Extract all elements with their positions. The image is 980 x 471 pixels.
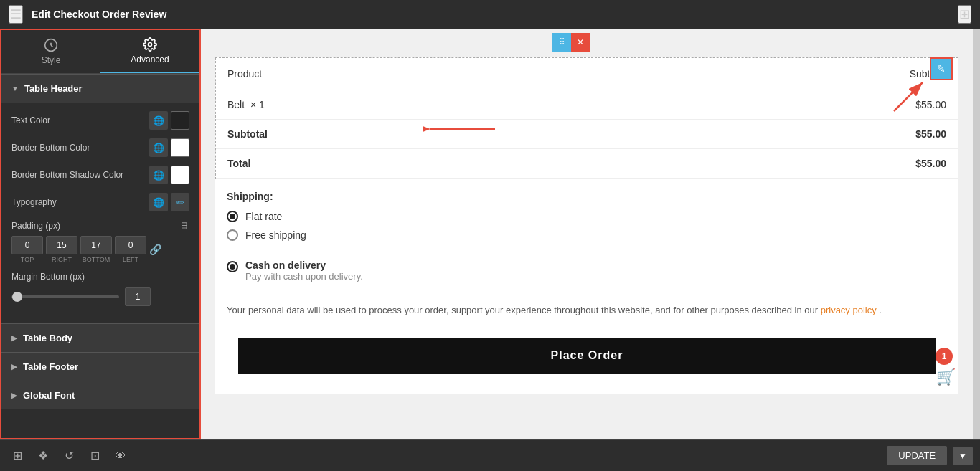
typography-row: Typography 🌐 ✏ — [11, 193, 189, 211]
link-icon[interactable]: 🔗 — [149, 244, 161, 255]
canvas-area: ⠿ ✕ ✎ — [201, 29, 973, 439]
item-price-cell: $55.00 — [597, 90, 958, 120]
border-shadow-controls: 🌐 — [149, 166, 189, 184]
border-shadow-row: Border Bottom Shadow Color 🌐 — [11, 166, 189, 184]
widget-close-btn[interactable]: ✕ — [571, 33, 590, 52]
subtotal-header: Subtotal — [597, 58, 958, 90]
text-color-globe[interactable]: 🌐 — [149, 111, 168, 130]
privacy-text-start: Your personal data will be used to proce… — [227, 305, 821, 315]
padding-left-box: LEFT — [115, 236, 146, 263]
padding-left[interactable] — [115, 236, 146, 254]
svg-point-3 — [149, 43, 152, 47]
order-table-section: Product Subtotal Belt × 1 $55.00 — [215, 57, 958, 179]
history-icon[interactable]: ↺ — [59, 446, 79, 466]
components-icon[interactable]: ❖ — [33, 446, 53, 466]
padding-section: Padding (px) 🖥 TOP RIGHT BOTTOM — [11, 220, 189, 263]
page-title: Edit Checkout Order Review — [32, 9, 166, 20]
place-order-wrapper: Place Order — [215, 323, 958, 394]
padding-right[interactable] — [46, 236, 77, 254]
arrow-icon: ▼ — [11, 85, 19, 92]
padding-right-label: RIGHT — [52, 256, 72, 263]
item-name-cell: Belt × 1 — [216, 90, 597, 120]
corner-edit-area: ✎ — [930, 57, 953, 80]
shipping-title: Shipping: — [227, 191, 947, 202]
place-order-button[interactable]: Place Order — [238, 338, 936, 374]
typography-globe[interactable]: 🌐 — [149, 193, 168, 211]
update-button[interactable]: UPDATE — [887, 446, 947, 465]
flat-rate-label: Flat rate — [245, 211, 282, 222]
flat-rate-option: Flat rate — [227, 211, 947, 222]
tab-advanced-label: Advanced — [131, 54, 169, 65]
global-font-section[interactable]: ▶ Global Font — [1, 381, 199, 409]
text-color-swatch[interactable] — [171, 111, 189, 130]
cod-radio[interactable] — [227, 261, 238, 272]
preview-icon[interactable]: ⊡ — [85, 446, 105, 466]
tab-style[interactable]: Style — [1, 30, 100, 73]
padding-left-label: LEFT — [123, 256, 138, 263]
border-bottom-color-label: Border Bottom Color — [11, 143, 149, 153]
padding-bottom-label: BOTTOM — [83, 256, 110, 263]
layers-icon[interactable]: ⊞ — [7, 446, 27, 466]
global-font-title: Global Font — [23, 390, 75, 401]
typography-label: Typography — [11, 197, 149, 207]
shipping-section: Shipping: Flat rate Free shipping — [215, 179, 958, 254]
update-arrow-button[interactable]: ▼ — [953, 447, 973, 465]
text-color-controls: 🌐 — [149, 111, 189, 130]
widget-move-btn[interactable]: ⠿ — [552, 33, 571, 52]
margin-label: Margin Bottom (px) — [11, 272, 189, 282]
tab-style-label: Style — [42, 55, 61, 65]
padding-top-label: TOP — [21, 256, 34, 263]
cod-details: Cash on delivery Pay with cash upon deli… — [245, 260, 363, 282]
total-label: Total — [216, 149, 597, 179]
border-shadow-globe[interactable]: 🌐 — [149, 166, 168, 184]
cod-dot — [230, 264, 235, 270]
subtotal-value: $55.00 — [597, 120, 958, 149]
border-bottom-controls: 🌐 — [149, 138, 189, 157]
right-scrollbar[interactable] — [973, 29, 980, 439]
flat-rate-radio[interactable] — [227, 211, 238, 222]
margin-slider[interactable] — [11, 295, 119, 298]
privacy-text-end: . — [879, 305, 882, 315]
corner-edit-btn[interactable]: ✎ — [930, 57, 953, 80]
screen-icon: 🖥 — [179, 220, 189, 232]
border-bottom-swatch[interactable] — [171, 138, 189, 157]
margin-value[interactable] — [125, 287, 151, 306]
padding-inputs: TOP RIGHT BOTTOM LEFT 🔗 — [11, 236, 189, 263]
text-color-label: Text Color — [11, 115, 149, 125]
padding-top[interactable] — [11, 236, 43, 254]
free-shipping-radio[interactable] — [227, 229, 238, 241]
padding-bottom-box: BOTTOM — [80, 236, 112, 263]
table-header-section[interactable]: ▼ Table Header — [1, 74, 199, 103]
canvas-wrapper: ⠿ ✕ ✎ — [201, 29, 973, 408]
top-bar: ☰ Edit Checkout Order Review ⊞ — [0, 0, 980, 29]
margin-bottom-section: Margin Bottom (px) — [11, 272, 189, 306]
cod-desc: Pay with cash upon delivery. — [245, 271, 363, 282]
table-body-section[interactable]: ▶ Table Body — [1, 323, 199, 352]
notification-badge: 1 — [936, 348, 953, 365]
border-shadow-label: Border Bottom Shadow Color — [11, 170, 149, 180]
panel-tabs: Style Advanced — [1, 30, 199, 74]
product-header: Product — [216, 58, 597, 90]
svg-line-2 — [51, 45, 53, 47]
privacy-link[interactable]: privacy policy — [821, 305, 877, 315]
border-bottom-globe[interactable]: 🌐 — [149, 138, 168, 157]
free-shipping-label: Free shipping — [245, 229, 306, 241]
padding-bottom[interactable] — [80, 236, 112, 254]
total-row: Total $55.00 — [216, 149, 958, 179]
subtotal-label: Subtotal — [216, 120, 597, 149]
cart-icon: 🛒 — [936, 368, 956, 386]
widget-toolbar: ⠿ ✕ — [552, 33, 590, 52]
tab-advanced[interactable]: Advanced — [100, 30, 199, 73]
grid-icon[interactable]: ⊞ — [958, 5, 971, 24]
typography-edit[interactable]: ✏ — [171, 193, 189, 211]
cod-label: Cash on delivery — [245, 260, 363, 271]
hamburger-menu[interactable]: ☰ — [9, 5, 23, 24]
padding-top-box: TOP — [11, 236, 43, 263]
table-row: Belt × 1 $55.00 — [216, 90, 958, 120]
border-shadow-swatch[interactable] — [171, 166, 189, 184]
subtotal-row: Subtotal $55.00 — [216, 120, 958, 149]
left-panel: Style Advanced ▼ Table Header Text Color… — [0, 29, 201, 439]
table-footer-section[interactable]: ▶ Table Footer — [1, 352, 199, 381]
eye-icon[interactable]: 👁 — [110, 446, 131, 466]
text-color-row: Text Color 🌐 — [11, 111, 189, 130]
